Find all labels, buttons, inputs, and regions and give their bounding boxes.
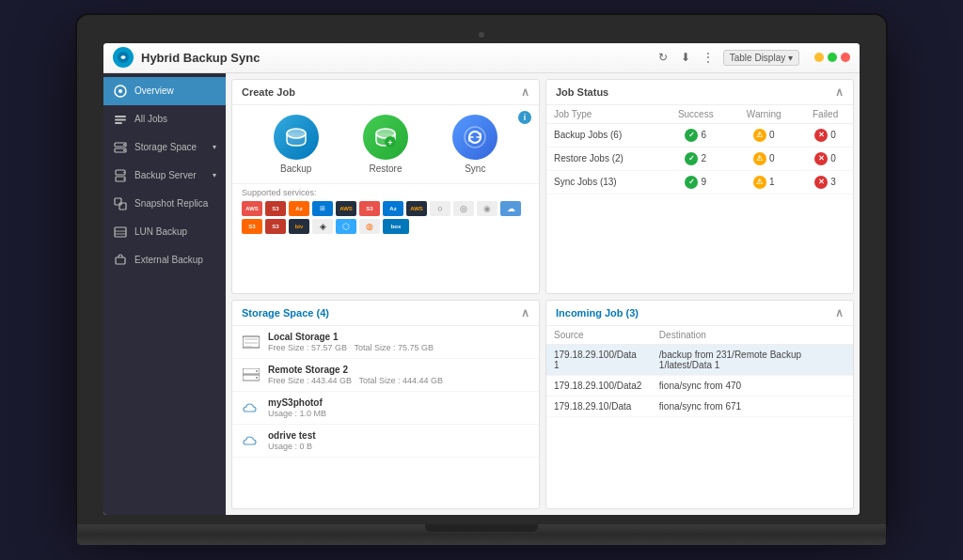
- job-status-data-table: Job Type Success Warning Failed Back: [546, 105, 853, 194]
- svg-rect-6: [115, 122, 122, 124]
- create-job-collapse[interactable]: ∧: [521, 86, 529, 99]
- svg-point-1: [122, 56, 125, 59]
- export-button[interactable]: ⬇: [678, 50, 693, 65]
- chevron-down-icon: ▾: [213, 143, 216, 151]
- more-button[interactable]: ⋮: [701, 50, 716, 65]
- sidebar-item-overview[interactable]: Overview: [103, 77, 226, 105]
- success-dot: ✓: [685, 176, 698, 189]
- job-type-cell: Sync Jobs (13): [546, 170, 661, 194]
- storage-space-header: Storage Space (4) ∧: [232, 301, 539, 326]
- storage-name: myS3photof: [268, 397, 326, 408]
- restore-label: Restore: [369, 163, 402, 174]
- failed-cell: ✕ 3: [797, 170, 853, 194]
- storage-name: Local Storage 1: [268, 332, 434, 342]
- service-icon: ○: [430, 201, 450, 216]
- warning-count: 0: [769, 130, 775, 140]
- sidebar-item-external-backup[interactable]: External Backup: [103, 246, 226, 274]
- external-icon: [113, 253, 128, 268]
- svg-rect-4: [115, 116, 126, 117]
- backup-icon: [274, 115, 319, 160]
- restore-button[interactable]: + Restore: [363, 115, 408, 174]
- svg-point-29: [465, 127, 485, 148]
- sidebar-item-all-jobs[interactable]: All Jobs: [103, 105, 226, 133]
- warning-dot: ⚠: [753, 152, 766, 165]
- sidebar: Overview All Jobs: [103, 73, 226, 516]
- incoming-job-title[interactable]: Incoming Job (3): [556, 307, 639, 319]
- incoming-job-header: Incoming Job (3) ∧: [546, 301, 853, 326]
- service-icon: ◉: [477, 201, 497, 216]
- sidebar-item-label: Storage Space: [134, 142, 197, 152]
- warning-count: 0: [769, 153, 775, 163]
- incoming-table: Source Destination 179.18.29.100/Data 1 …: [546, 326, 853, 509]
- camera: [479, 32, 484, 38]
- sidebar-item-storage-space[interactable]: Storage Space ▾: [103, 133, 226, 162]
- storage-usage: Usage : 0 B: [268, 442, 316, 451]
- table-display-button[interactable]: Table Display ▾: [723, 50, 799, 66]
- warning-dot: ⚠: [753, 176, 766, 189]
- svg-point-36: [256, 370, 258, 372]
- col-success: Success: [661, 105, 730, 124]
- minimize-button[interactable]: [814, 53, 824, 62]
- incoming-job-data-table: Source Destination 179.18.29.100/Data 1 …: [546, 326, 853, 417]
- sidebar-item-snapshot-replica[interactable]: Snapshot Replica: [103, 190, 226, 218]
- supported-services: Supported services: AWS S3 Az ⊞ AWS S3: [232, 183, 539, 241]
- svg-rect-32: [245, 342, 258, 344]
- storage-space-title[interactable]: Storage Space (4): [242, 307, 329, 319]
- sidebar-item-lun-backup[interactable]: LUN Backup: [103, 218, 226, 246]
- storage-name: odrive test: [268, 430, 316, 441]
- storage-meta: Free Size : 443.44 GB Total Size : 444.4…: [268, 376, 443, 385]
- warning-cell: ⚠ 0: [730, 147, 797, 170]
- storage-usage: Usage : 1.0 MB: [268, 409, 326, 418]
- service-icon: S3: [242, 219, 262, 234]
- sidebar-item-label: Snapshot Replica: [134, 198, 208, 209]
- incoming-job-collapse[interactable]: ∧: [835, 306, 844, 319]
- svg-rect-33: [245, 346, 252, 347]
- service-icon: ◎: [453, 201, 474, 216]
- svg-point-3: [118, 89, 122, 93]
- backup-button[interactable]: Backup: [274, 115, 319, 174]
- sidebar-item-backup-server[interactable]: Backup Server ▾: [103, 162, 226, 190]
- failed-cell: ✕ 0: [797, 147, 853, 170]
- svg-point-9: [123, 144, 125, 146]
- close-button[interactable]: [841, 53, 850, 62]
- warning-dot: ⚠: [753, 129, 766, 142]
- table-row: 179.18.29.10/Data fiona/sync from 671: [546, 396, 853, 416]
- job-status-collapse[interactable]: ∧: [835, 86, 844, 99]
- overview-icon: [113, 84, 128, 99]
- list-item: odrive test Usage : 0 B: [232, 425, 539, 458]
- source-cell: 179.18.29.100/Data2: [546, 375, 652, 396]
- sync-button[interactable]: Sync: [452, 115, 497, 174]
- create-job-title: Create Job: [242, 86, 295, 98]
- svg-rect-16: [119, 203, 126, 210]
- success-dot: ✓: [685, 152, 698, 165]
- list-item: Local Storage 1 Free Size : 57.57 GB Tot…: [232, 326, 539, 359]
- refresh-button[interactable]: ↻: [655, 50, 671, 65]
- maximize-button[interactable]: [828, 53, 837, 62]
- success-dot: ✓: [685, 129, 698, 142]
- destination-cell: fiona/sync from 671: [652, 396, 853, 416]
- create-job-panel: Create Job ∧ i: [231, 79, 540, 294]
- failed-count: 0: [830, 130, 836, 140]
- chevron-down-icon: ▾: [213, 171, 216, 179]
- storage-meta: Free Size : 57.57 GB Total Size : 75.75 …: [268, 343, 434, 352]
- failed-cell: ✕ 0: [797, 123, 853, 147]
- storage-info: Local Storage 1 Free Size : 57.57 GB Tot…: [268, 332, 434, 352]
- window-controls: [814, 53, 850, 62]
- app-window: Hybrid Backup Sync ↻ ⬇ ⋮ Table Display ▾: [103, 43, 860, 516]
- warning-cell: ⚠ 1: [730, 170, 797, 194]
- svg-point-10: [123, 149, 125, 151]
- failed-count: 3: [830, 177, 836, 187]
- list-item: Remote Storage 2 Free Size : 443.44 GB T…: [232, 359, 539, 392]
- destination-cell: fiona/sync from 470: [652, 375, 853, 396]
- storage-space-collapse[interactable]: ∧: [521, 306, 529, 319]
- app-body: Overview All Jobs: [103, 73, 860, 516]
- source-cell: 179.18.29.100/Data 1: [546, 344, 652, 375]
- service-icon: AWS: [242, 201, 262, 216]
- success-count: 6: [701, 130, 706, 140]
- storage-list: Local Storage 1 Free Size : 57.57 GB Tot…: [232, 326, 539, 509]
- failed-dot: ✕: [814, 129, 828, 142]
- panel-grid: Create Job ∧ i: [226, 73, 860, 516]
- service-icon: S3: [265, 219, 286, 234]
- storage-type-icon: [242, 431, 260, 450]
- service-icon: box: [383, 219, 409, 234]
